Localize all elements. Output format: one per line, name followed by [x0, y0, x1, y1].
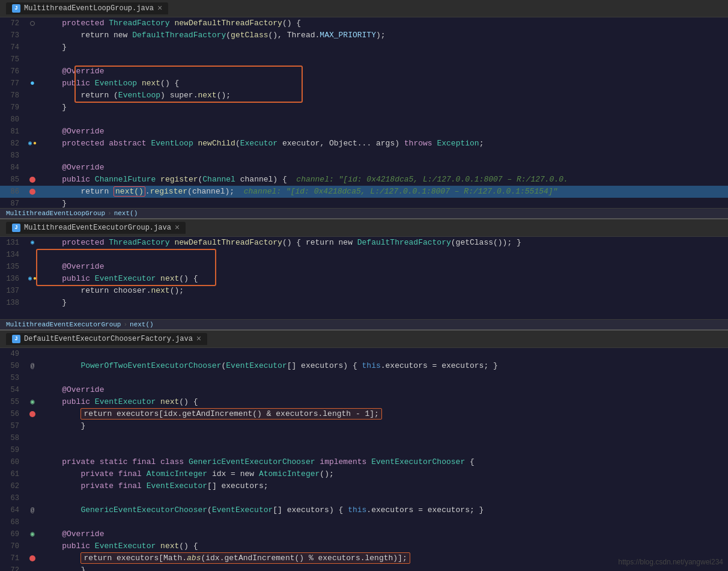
pane-2-lines: 131 ◉ protected ThreadFactory newDefault…: [0, 237, 728, 309]
pane-1-header: J MultithreadEventLoopGroup.java ×: [0, 0, 728, 17]
close-icon-2[interactable]: ×: [175, 223, 180, 233]
table-row: 68: [0, 516, 728, 528]
breakpoint-71[interactable]: [29, 555, 35, 561]
pane-3: J DefaultEventExecutorChooserFactory.jav…: [0, 331, 728, 571]
breakpoint-56[interactable]: [29, 411, 35, 417]
table-row: 84 @Override: [0, 162, 728, 174]
tab-pane1-label: MultithreadEventLoopGroup.java: [24, 4, 154, 13]
table-row: 81 @Override: [0, 126, 728, 138]
java-icon: J: [12, 4, 20, 13]
pane-2: J MultithreadEventExecutorGroup.java × 1…: [0, 219, 728, 331]
table-row: 55 ◉ public EventExecutor next() {: [0, 396, 728, 408]
table-row: 138 }: [0, 297, 728, 309]
table-row: 135 @Override: [0, 261, 728, 273]
table-row: 53: [0, 372, 728, 384]
java-icon-3: J: [12, 335, 20, 343]
green-debug: ◉: [30, 396, 34, 408]
green-debug-2: ◉: [30, 528, 34, 540]
table-row: 131 ◉ protected ThreadFactory newDefault…: [0, 237, 728, 249]
table-row: 85 public ChannelFuture register(Channel…: [0, 174, 728, 186]
tab-pane2[interactable]: J MultithreadEventExecutorGroup.java ×: [6, 222, 186, 234]
pane-2-header: J MultithreadEventExecutorGroup.java ×: [0, 219, 728, 237]
pane-2-breadcrumb: MultithreadEventExecutorGroup › next(): [0, 319, 728, 329]
warn-icon-2: ●: [33, 273, 37, 285]
table-row: 69 ◉ @Override: [0, 528, 728, 540]
table-row: 61 private final AtomicInteger idx = new…: [0, 468, 728, 480]
breadcrumb-class: MultithreadEventLoopGroup: [6, 210, 105, 217]
table-row: 59: [0, 444, 728, 456]
pane-1: J MultithreadEventLoopGroup.java × 72 pr…: [0, 0, 728, 219]
at-sign-2: @: [31, 504, 35, 516]
table-row: 54 @Override: [0, 384, 728, 396]
table-row: 50 @ PowerOfTwoEventExecutorChooser(Even…: [0, 360, 728, 372]
table-row: 73 return new DefaultThreadFactory(getCl…: [0, 29, 728, 41]
table-row: 76 @Override: [0, 66, 728, 78]
table-row: 62 private final EventExecutor[] executo…: [0, 480, 728, 492]
table-row: 49: [0, 348, 728, 360]
debug-icon-3: ◉: [28, 273, 32, 285]
pane-3-lines: 49 50 @ PowerOfTwoEventExecutorChooser(E…: [0, 348, 728, 571]
warn-icon: ●: [33, 138, 37, 150]
table-row: 58: [0, 432, 728, 444]
debug-icon: ◉: [28, 138, 32, 150]
table-row: 137 return chooser.next();: [0, 285, 728, 297]
editor-container: J MultithreadEventLoopGroup.java × 72 pr…: [0, 0, 728, 571]
table-row: 74 }: [0, 41, 728, 53]
table-row: 77 ● public EventLoop next() {: [0, 78, 728, 90]
table-row: 64 @ GenericEventExecutorChooser(EventEx…: [0, 504, 728, 516]
table-row: 60 private static final class GenericEve…: [0, 456, 728, 468]
watermark: https://blog.csdn.net/yangwei234: [618, 558, 723, 566]
pane-1-breadcrumb: MultithreadEventLoopGroup › next(): [0, 208, 728, 218]
gutter-circle: [30, 21, 35, 26]
table-row: 136 ◉ ● public EventExecutor next() {: [0, 273, 728, 285]
table-row: 75: [0, 53, 728, 66]
table-row: 83: [0, 150, 728, 162]
pane-1-code-area: 72 protected ThreadFactory newDefaultThr…: [0, 17, 728, 208]
breakpoint-red[interactable]: [29, 189, 35, 195]
table-row: 134: [0, 249, 728, 261]
table-row: 78 return (EventLoop) super.next();: [0, 90, 728, 102]
close-icon[interactable]: ×: [157, 4, 162, 13]
table-row: 72 protected ThreadFactory newDefaultThr…: [0, 17, 728, 29]
table-row: 57 }: [0, 420, 728, 432]
tab-pane1[interactable]: J MultithreadEventLoopGroup.java ×: [6, 2, 168, 14]
at-sign: @: [31, 360, 35, 372]
table-row: 56 return executors[idx.getAndIncrement(…: [0, 408, 728, 420]
pane-2-code-area: 131 ◉ protected ThreadFactory newDefault…: [0, 237, 728, 319]
breakpoint[interactable]: [29, 177, 35, 183]
table-row: 86 return next().register(channel); chan…: [0, 186, 728, 198]
pane-3-code-area: 49 50 @ PowerOfTwoEventExecutorChooser(E…: [0, 348, 728, 571]
tab-pane2-label: MultithreadEventExecutorGroup.java: [24, 224, 171, 232]
table-row: 80: [0, 114, 728, 126]
breadcrumb-class-2: MultithreadEventExecutorGroup: [6, 321, 121, 328]
breadcrumb-method: next(): [114, 210, 138, 217]
close-icon-3[interactable]: ×: [196, 334, 201, 344]
table-row: 82 ◉ ● protected abstract EventLoop newC…: [0, 138, 728, 150]
breadcrumb-method-2: next(): [130, 321, 154, 328]
tab-pane3-label: DefaultEventExecutorChooserFactory.java: [24, 335, 193, 343]
table-row: 70 public EventExecutor next() {: [0, 540, 728, 552]
debug-icon-2: ◉: [31, 237, 34, 249]
pane-3-header: J DefaultEventExecutorChooserFactory.jav…: [0, 331, 728, 348]
java-icon-2: J: [12, 224, 20, 232]
tab-pane3[interactable]: J DefaultEventExecutorChooserFactory.jav…: [6, 333, 207, 345]
pane-1-lines: 72 protected ThreadFactory newDefaultThr…: [0, 17, 728, 208]
table-row: 87 }: [0, 198, 728, 208]
table-row: 63: [0, 492, 728, 504]
debug-arrow: ●: [30, 78, 35, 90]
table-row: 79 }: [0, 102, 728, 114]
